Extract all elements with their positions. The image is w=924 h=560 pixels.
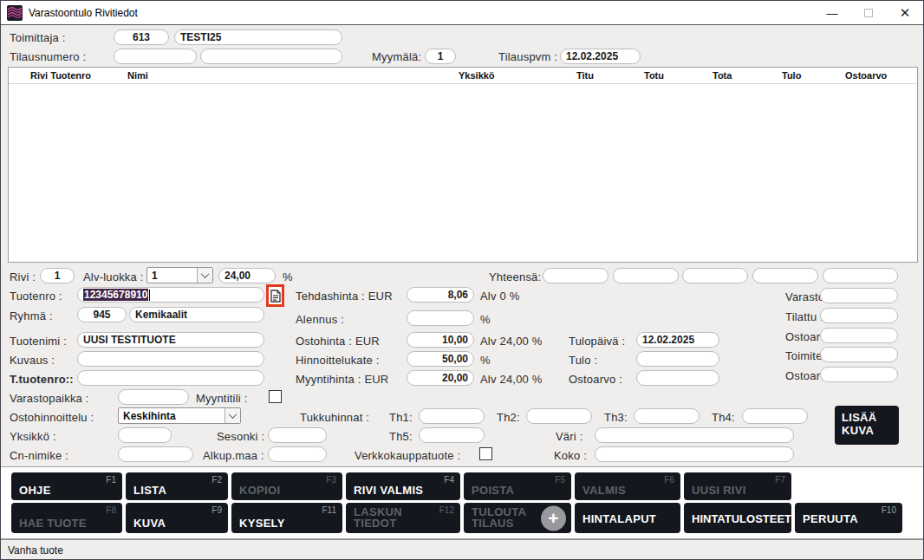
yhteensa-field-5[interactable] [823, 268, 898, 283]
th3-field[interactable] [634, 408, 700, 424]
minimize-button[interactable]: — [814, 1, 850, 25]
th1-field[interactable] [419, 408, 485, 424]
toimitettu-field[interactable] [820, 347, 898, 362]
yhteensa-field-2[interactable] [613, 268, 679, 283]
kuvaus-field[interactable] [77, 351, 264, 367]
tilauspvm-field[interactable]: 12.02.2025 [560, 49, 641, 64]
toimittaja-name-field[interactable]: TESTI25 [174, 29, 342, 45]
hintalaput-button[interactable]: HINTALAPUT [575, 503, 680, 533]
peruuta-button[interactable]: PERUUTAF10 [795, 503, 902, 533]
myyntitili-checkbox[interactable] [269, 390, 282, 403]
rivi-label: Rivi : [10, 270, 36, 283]
lisaa-kuva-button[interactable]: LISÄÄ KUVA [835, 406, 899, 445]
ostohinnoittelu-select[interactable]: Keskihinta [118, 407, 241, 424]
tilattu-label: Tilattu : [785, 310, 823, 323]
tulopaiva-label: Tulopäivä : [569, 335, 625, 348]
column-header: Tulo [782, 70, 801, 81]
th3-label: Th3: [604, 411, 628, 424]
ryhma-label: Ryhmä : [10, 309, 53, 322]
status-bar: Vanha tuote [1, 539, 924, 560]
order-rows-table[interactable]: Rivi Tuotenro Nimi Yksikkö Titu Totu Tot… [8, 67, 918, 263]
sesonki-field[interactable] [268, 427, 327, 443]
maximize-icon [864, 9, 873, 17]
myyntitili-label: Myyntitili : [196, 392, 247, 405]
alkup-maa-field[interactable] [268, 446, 327, 462]
th4-field[interactable] [742, 408, 808, 424]
tulouta-tilaus-button[interactable]: TULOUTA TILAUS+ [464, 503, 571, 533]
column-header: Ostoarvo [845, 70, 887, 81]
verkkokauppatuote-label: Verkkokauppatuote : [355, 449, 460, 462]
hae-tuote-button[interactable]: HAE TUOTEF8 [11, 503, 122, 533]
tulo-field[interactable] [636, 351, 719, 367]
yhteensa-field-1[interactable] [543, 268, 608, 283]
ryhma-code-field[interactable]: 945 [77, 307, 127, 322]
window-title: Varastoontulo Rivitiedot [29, 7, 138, 19]
tehdashinta-label: Tehdashinta : EUR [296, 290, 393, 303]
ostoarvo-field[interactable] [636, 370, 719, 386]
th2-label: Th2: [497, 411, 520, 424]
column-header: Rivi Tuotenro [30, 70, 91, 81]
hintatulosteet-button[interactable]: HINTATULOSTEET [684, 503, 791, 533]
poista-button[interactable]: POISTAF5 [464, 472, 571, 500]
vari-field[interactable] [595, 427, 794, 443]
alv-luokka-select[interactable]: 1 [146, 267, 213, 283]
tehdashinta-field[interactable]: 8,06 [407, 287, 474, 303]
t-tuotenro-field[interactable] [77, 370, 264, 386]
verkkokauppatuote-checkbox[interactable] [479, 447, 492, 460]
ostohinta-field[interactable]: 10,00 [407, 332, 474, 348]
rivi-valmis-button[interactable]: RIVI VALMISF4 [346, 472, 460, 500]
ostohinnoittelu-label: Ostohinnoittelu : [10, 411, 94, 424]
th2-field[interactable] [526, 408, 592, 424]
varasto-field[interactable] [820, 288, 898, 303]
kysely-button[interactable]: KYSELYF11 [231, 503, 342, 533]
tuotenro-field[interactable]: 12345678910 [77, 287, 264, 303]
alv-percent-suffix: % [283, 270, 293, 283]
maximize-button[interactable] [850, 1, 887, 25]
tilausnumero-field-2[interactable] [200, 49, 342, 64]
valmis-button[interactable]: VALMISF6 [575, 472, 680, 500]
yhteensa-field-4[interactable] [752, 268, 818, 283]
tilausnumero-label: Tilausnumero : [10, 50, 86, 63]
alkup-maa-label: Alkup.maa : [203, 449, 264, 462]
laskun-tiedot-button[interactable]: LASKUN TIEDOTF12 [346, 503, 460, 533]
ostoarvo-toimitettu-field[interactable] [820, 367, 898, 382]
minimize-icon: — [827, 7, 838, 20]
rivi-field[interactable]: 1 [40, 268, 75, 283]
ostoarvo-tilattu-field[interactable] [820, 328, 898, 343]
column-header: Totu [644, 70, 664, 81]
yhteensa-field-3[interactable] [682, 268, 748, 283]
tuotenro-label: Tuotenro : [10, 290, 62, 303]
ostohinta-label: Ostohinta : EUR [296, 335, 380, 348]
cn-nimike-field[interactable] [118, 446, 193, 462]
toimittaja-code-field[interactable]: 613 [114, 29, 169, 45]
ryhma-name-field[interactable]: Kemikaalit [129, 307, 264, 322]
koko-field[interactable] [595, 446, 794, 462]
th5-label: Th5: [389, 430, 413, 443]
tilausnumero-field-1[interactable] [114, 49, 197, 64]
tulopaiva-field[interactable]: 12.02.2025 [636, 332, 719, 348]
yksikko-field[interactable] [118, 427, 172, 443]
hinnoittelukate-label: Hinnoittelukate : [296, 354, 380, 367]
tilauspvm-label: Tilauspvm : [498, 50, 557, 63]
uusi-rivi-button[interactable]: UUSI RIVIF7 [684, 472, 791, 500]
toimittaja-label: Toimittaja : [10, 31, 66, 44]
myymala-field[interactable]: 1 [425, 49, 456, 64]
tilattu-field[interactable] [820, 308, 898, 323]
hinnoittelukate-field[interactable]: 50,00 [407, 351, 474, 367]
tuotenimi-field[interactable]: UUSI TESTITUOTE [77, 332, 264, 348]
ohje-button[interactable]: OHJEF1 [11, 472, 122, 500]
kopioi-button[interactable]: KOPIOIF3 [231, 472, 342, 500]
product-info-button[interactable] [266, 284, 284, 307]
myyntihinta-field[interactable]: 20,00 [407, 370, 474, 386]
alennus-field[interactable] [407, 310, 474, 326]
close-button[interactable]: ✕ [887, 1, 923, 25]
alv-percent-field[interactable]: 24,00 [218, 268, 276, 283]
plus-icon: + [541, 505, 566, 531]
lista-button[interactable]: LISTAF2 [126, 472, 228, 500]
t-tuotenro-label: T.tuotenro:: [10, 373, 74, 386]
kuva-button[interactable]: KUVAF9 [126, 503, 228, 533]
varastopaikka-label: Varastopaikka : [10, 392, 89, 405]
th5-field[interactable] [419, 427, 485, 443]
alv-luokka-label: Alv-luokka : [83, 270, 144, 283]
varastopaikka-field[interactable] [118, 389, 189, 405]
